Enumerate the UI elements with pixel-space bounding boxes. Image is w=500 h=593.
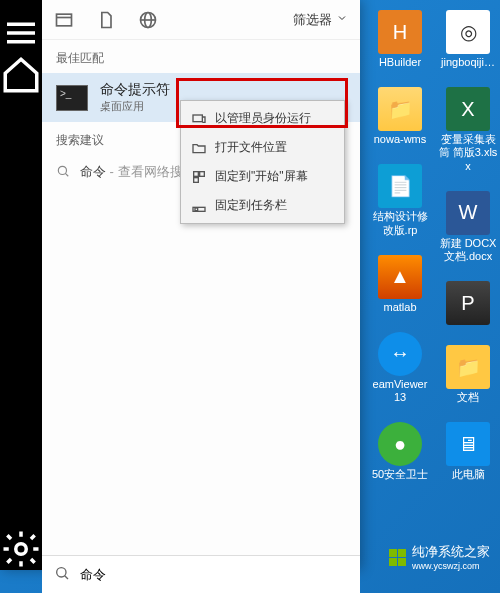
apps-tab-icon[interactable]	[54, 10, 74, 30]
settings-gear-icon[interactable]	[0, 528, 42, 570]
best-match-title: 命令提示符	[100, 81, 170, 99]
desktop-icon-label: 此电脑	[452, 468, 485, 481]
desktop-icon-label: matlab	[383, 301, 416, 314]
svg-rect-14	[194, 177, 199, 182]
jing-icon: ◎	[446, 10, 490, 54]
desktop-icon-xlsx[interactable]: X变量采集表筒 简版3.xlsx	[438, 87, 498, 173]
context-run-as-admin-label: 以管理员身份运行	[215, 110, 311, 127]
folder-open-icon	[191, 140, 207, 156]
desktop-icon-jing[interactable]: ◎jingboqiji…	[438, 10, 498, 69]
context-pin-start-label: 固定到"开始"屏幕	[215, 168, 308, 185]
svg-rect-16	[195, 208, 198, 211]
desktop-icon-label: HBuilder	[379, 56, 421, 69]
desktop-icon-folder1[interactable]: 📁nowa-wms	[370, 87, 430, 146]
best-match-subtitle: 桌面应用	[100, 99, 170, 114]
svg-rect-12	[194, 171, 199, 176]
web-tab-icon[interactable]	[138, 10, 158, 30]
hbuilder-icon: H	[378, 10, 422, 54]
context-open-location[interactable]: 打开文件位置	[181, 133, 344, 162]
context-pin-taskbar[interactable]: 固定到任务栏	[181, 191, 344, 220]
desktop-icon-thispc[interactable]: 🖥此电脑	[438, 422, 498, 481]
context-pin-taskbar-label: 固定到任务栏	[215, 197, 287, 214]
svg-point-17	[57, 567, 66, 576]
desktop-icon-label: 结构设计修改版.rp	[370, 210, 430, 236]
folder1-icon: 📁	[378, 87, 422, 131]
left-rail	[0, 0, 42, 570]
docx-icon: W	[446, 191, 490, 235]
svg-line-18	[65, 575, 68, 578]
desktop-icons-col2: ◎jingboqiji…X变量采集表筒 简版3.xlsxW新建 DOCX 文档.…	[438, 10, 498, 482]
desktop-icon-teamviewer[interactable]: ↔eamViewer 13	[370, 332, 430, 404]
filter-button[interactable]: 筛选器	[293, 11, 348, 29]
search-icon	[56, 164, 70, 181]
desktop-icon-label: jingboqiji…	[441, 56, 495, 69]
context-menu: 以管理员身份运行 打开文件位置 固定到"开始"屏幕 固定到任务栏	[180, 100, 345, 224]
desktop-icon-ppt[interactable]: P	[438, 281, 498, 327]
svg-rect-13	[200, 171, 205, 176]
desktop-icons-col1: HHBuilder📁nowa-wms📄结构设计修改版.rp▲matlab↔eam…	[370, 10, 430, 482]
xlsx-icon: X	[446, 87, 490, 131]
pin-taskbar-icon	[191, 198, 207, 214]
search-results-panel: 筛选器 最佳匹配 命令提示符 桌面应用 搜索建议 命令 - 查看网络搜	[42, 0, 360, 570]
context-open-location-label: 打开文件位置	[215, 139, 287, 156]
desktop-icon-matlab[interactable]: ▲matlab	[370, 255, 430, 314]
desktop-icon-label: 50安全卫士	[372, 468, 428, 481]
ppt-icon: P	[446, 281, 490, 325]
hamburger-icon[interactable]	[0, 12, 42, 54]
search-icon	[54, 565, 70, 585]
desktop-icon-label: 变量采集表筒 简版3.xlsx	[438, 133, 498, 173]
home-icon[interactable]	[0, 54, 42, 96]
svg-rect-11	[193, 115, 202, 122]
search-bar[interactable]	[42, 555, 360, 593]
svg-rect-4	[57, 14, 72, 26]
tabs-row: 筛选器	[42, 0, 360, 40]
search-input[interactable]	[80, 567, 348, 582]
suggestion-hint: - 查看网络搜	[106, 164, 183, 179]
svg-point-3	[16, 544, 27, 555]
svg-point-9	[58, 166, 66, 174]
documents-tab-icon[interactable]	[96, 10, 116, 30]
admin-shield-icon	[191, 111, 207, 127]
context-run-as-admin[interactable]: 以管理员身份运行	[181, 104, 344, 133]
teamviewer-icon: ↔	[378, 332, 422, 376]
cmd-prompt-icon	[56, 85, 88, 111]
context-pin-start[interactable]: 固定到"开始"屏幕	[181, 162, 344, 191]
desktop-icon-docs[interactable]: 📁文档	[438, 345, 498, 404]
desktop-icon-label: 新建 DOCX 文档.docx	[438, 237, 498, 263]
suggestion-term: 命令	[80, 164, 106, 179]
desktop-icon-label: 文档	[457, 391, 479, 404]
best-match-label: 最佳匹配	[42, 40, 360, 73]
thispc-icon: 🖥	[446, 422, 490, 466]
matlab-icon: ▲	[378, 255, 422, 299]
360-icon: ●	[378, 422, 422, 466]
desktop-icon-label: nowa-wms	[374, 133, 427, 146]
desktop-icon-docx[interactable]: W新建 DOCX 文档.docx	[438, 191, 498, 263]
rp1-icon: 📄	[378, 164, 422, 208]
start-search-panel: 筛选器 最佳匹配 命令提示符 桌面应用 搜索建议 命令 - 查看网络搜	[0, 0, 360, 570]
desktop-icon-360[interactable]: ●50安全卫士	[370, 422, 430, 481]
docs-icon: 📁	[446, 345, 490, 389]
desktop-icon-label: eamViewer 13	[370, 378, 430, 404]
desktop-icon-hbuilder[interactable]: HHBuilder	[370, 10, 430, 69]
svg-line-10	[65, 173, 68, 176]
desktop-icon-rp1[interactable]: 📄结构设计修改版.rp	[370, 164, 430, 236]
filter-label: 筛选器	[293, 11, 332, 29]
chevron-down-icon	[336, 12, 348, 27]
pin-start-icon	[191, 169, 207, 185]
